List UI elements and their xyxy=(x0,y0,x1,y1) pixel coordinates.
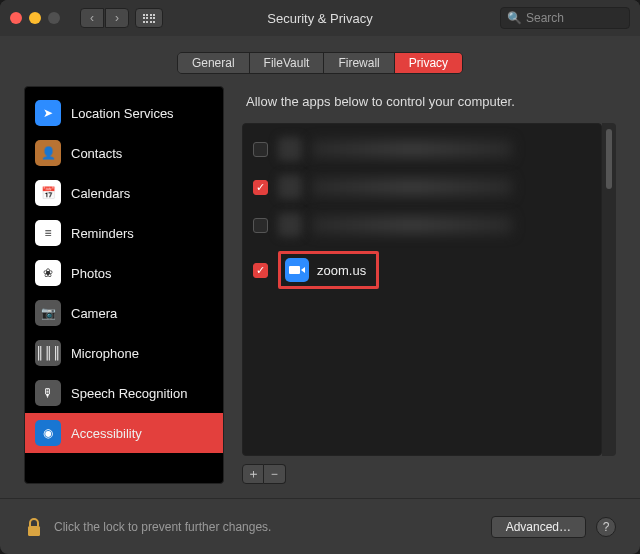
microphone-icon: ║║║ xyxy=(35,340,61,366)
lock-icon xyxy=(24,516,44,538)
tab-general[interactable]: General xyxy=(178,53,250,73)
preferences-window: ‹ › Security & Privacy 🔍 Search GeneralF… xyxy=(0,0,640,554)
advanced-button[interactable]: Advanced… xyxy=(491,516,586,538)
zoom-window-button xyxy=(48,12,60,24)
app-checkbox[interactable]: ✓ xyxy=(253,180,268,195)
app-name-redacted xyxy=(312,178,512,196)
tab-firewall[interactable]: Firewall xyxy=(324,53,394,73)
question-icon: ? xyxy=(603,520,610,534)
sidebar-item-label: Microphone xyxy=(71,346,139,361)
app-name-redacted xyxy=(312,140,512,158)
location-arrow-icon: ➤ xyxy=(35,100,61,126)
search-input[interactable]: 🔍 Search xyxy=(500,7,630,29)
nav-buttons: ‹ › xyxy=(80,8,129,28)
search-placeholder: Search xyxy=(526,11,564,25)
content-area: ➤Location Services👤Contacts📅Calendars≡Re… xyxy=(0,86,640,498)
app-name-redacted xyxy=(312,216,512,234)
contacts-icon: 👤 xyxy=(35,140,61,166)
tab-bar: GeneralFileVaultFirewallPrivacy xyxy=(0,36,640,86)
calendar-icon: 📅 xyxy=(35,180,61,206)
reminders-icon: ≡ xyxy=(35,220,61,246)
app-list[interactable]: ✓✓zoom.us xyxy=(242,123,602,456)
app-name-label: zoom.us xyxy=(317,263,366,278)
app-checkbox[interactable] xyxy=(253,142,268,157)
sidebar-item-camera[interactable]: 📷Camera xyxy=(25,293,223,333)
help-button[interactable]: ? xyxy=(596,517,616,537)
app-row[interactable] xyxy=(249,210,595,240)
tab-privacy[interactable]: Privacy xyxy=(395,53,462,73)
sidebar-item-label: Location Services xyxy=(71,106,174,121)
back-button[interactable]: ‹ xyxy=(80,8,104,28)
app-icon-redacted xyxy=(278,213,302,237)
zoom-icon xyxy=(285,258,309,282)
show-all-button[interactable] xyxy=(135,8,163,28)
lock-text: Click the lock to prevent further change… xyxy=(54,520,271,534)
sidebar-item-calendars[interactable]: 📅Calendars xyxy=(25,173,223,213)
sidebar-item-reminders[interactable]: ≡Reminders xyxy=(25,213,223,253)
sidebar-item-photos[interactable]: ❀Photos xyxy=(25,253,223,293)
add-app-button[interactable]: ＋ xyxy=(242,464,264,484)
chevron-right-icon: › xyxy=(115,11,119,25)
traffic-lights xyxy=(10,12,60,24)
app-row[interactable]: ✓zoom.us xyxy=(249,248,595,292)
sidebar-item-microphone[interactable]: ║║║Microphone xyxy=(25,333,223,373)
photos-icon: ❀ xyxy=(35,260,61,286)
pane-description: Allow the apps below to control your com… xyxy=(242,86,616,123)
app-row[interactable] xyxy=(249,134,595,164)
titlebar: ‹ › Security & Privacy 🔍 Search xyxy=(0,0,640,36)
app-icon-redacted xyxy=(278,175,302,199)
chevron-left-icon: ‹ xyxy=(90,11,94,25)
sidebar-item-label: Speech Recognition xyxy=(71,386,187,401)
tab-filevault[interactable]: FileVault xyxy=(250,53,325,73)
grid-icon xyxy=(143,14,156,23)
forward-button[interactable]: › xyxy=(105,8,129,28)
app-icon-redacted xyxy=(278,137,302,161)
sidebar-item-label: Reminders xyxy=(71,226,134,241)
accessibility-icon: ◉ xyxy=(35,420,61,446)
sidebar-item-contacts[interactable]: 👤Contacts xyxy=(25,133,223,173)
sidebar-item-label: Accessibility xyxy=(71,426,142,441)
remove-app-button[interactable]: － xyxy=(264,464,286,484)
add-remove-buttons: ＋ － xyxy=(242,464,616,484)
sidebar-item-label: Photos xyxy=(71,266,111,281)
sidebar-item-label: Camera xyxy=(71,306,117,321)
scroll-thumb[interactable] xyxy=(606,129,612,189)
sidebar-item-label: Contacts xyxy=(71,146,122,161)
search-icon: 🔍 xyxy=(507,11,522,25)
svg-rect-0 xyxy=(28,526,40,536)
footer: Click the lock to prevent further change… xyxy=(0,498,640,554)
window-title: Security & Privacy xyxy=(267,11,372,26)
sidebar-item-label: Calendars xyxy=(71,186,130,201)
lock-control[interactable]: Click the lock to prevent further change… xyxy=(24,516,271,538)
minimize-window-button[interactable] xyxy=(29,12,41,24)
sidebar-item-accessibility[interactable]: ◉Accessibility xyxy=(25,413,223,453)
sidebar-item-speech-recognition[interactable]: 🎙Speech Recognition xyxy=(25,373,223,413)
app-row[interactable]: ✓ xyxy=(249,172,595,202)
app-checkbox[interactable]: ✓ xyxy=(253,263,268,278)
close-window-button[interactable] xyxy=(10,12,22,24)
main-pane: Allow the apps below to control your com… xyxy=(242,86,616,484)
scrollbar[interactable] xyxy=(602,123,616,456)
sidebar-item-location-services[interactable]: ➤Location Services xyxy=(25,93,223,133)
highlighted-app: zoom.us xyxy=(278,251,379,289)
speech-icon: 🎙 xyxy=(35,380,61,406)
privacy-category-sidebar[interactable]: ➤Location Services👤Contacts📅Calendars≡Re… xyxy=(24,86,224,484)
app-checkbox[interactable] xyxy=(253,218,268,233)
camera-icon: 📷 xyxy=(35,300,61,326)
